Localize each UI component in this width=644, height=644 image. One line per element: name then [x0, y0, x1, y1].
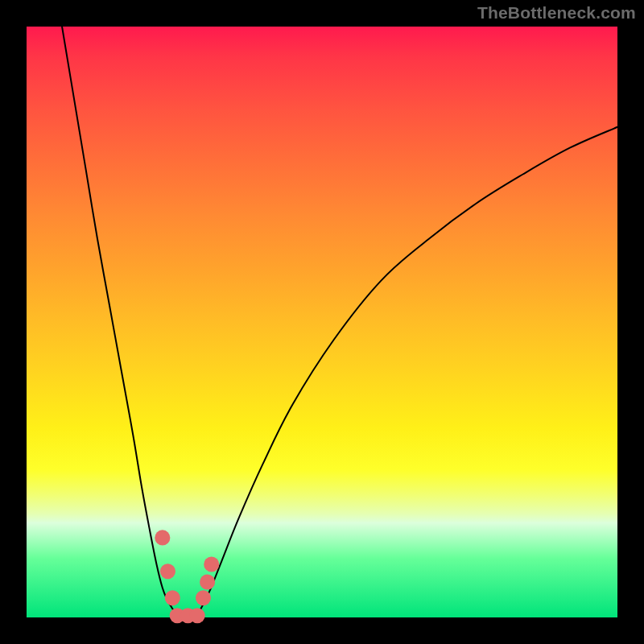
- data-marker-7: [200, 574, 215, 589]
- data-markers: [155, 530, 219, 623]
- data-marker-1: [160, 564, 175, 579]
- chart-overlay: [27, 27, 617, 617]
- data-marker-6: [196, 590, 211, 605]
- chart-frame: TheBottleneck.com: [0, 0, 644, 644]
- watermark-text: TheBottleneck.com: [477, 3, 636, 23]
- data-marker-0: [155, 530, 170, 545]
- curve-right-branch: [195, 127, 617, 617]
- data-marker-8: [204, 556, 219, 572]
- curve-left-branch: [62, 27, 180, 617]
- data-marker-2: [165, 590, 180, 605]
- data-marker-5: [190, 608, 205, 623]
